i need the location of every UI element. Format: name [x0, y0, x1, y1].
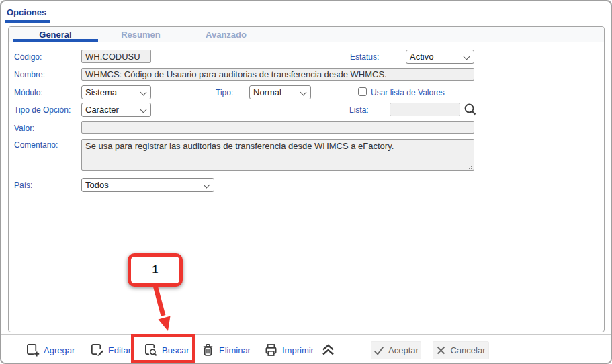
tab-resumen[interactable]: Resumen — [98, 27, 183, 42]
imprimir-button[interactable]: Imprimir — [264, 343, 314, 357]
tipo-opcion-select[interactable]: Carácter — [81, 103, 151, 117]
estatus-select[interactable]: Activo — [406, 50, 474, 64]
check-icon — [374, 345, 384, 356]
options-panel: General Resumen Avanzado Código: Estatus… — [8, 26, 605, 332]
document-search-icon — [144, 343, 158, 357]
nombre-label: Nombre: — [14, 70, 45, 79]
collapse-toolbar-button[interactable] — [320, 343, 336, 357]
pais-selected-value: Todos — [85, 180, 109, 190]
bottom-toolbar: Agregar Editar Buscar — [1, 334, 611, 364]
double-chevron-up-icon — [320, 343, 336, 357]
tipo-select[interactable]: Normal — [249, 85, 311, 99]
agregar-button[interactable]: Agregar — [26, 343, 75, 357]
cancelar-label: Cancelar — [450, 345, 485, 355]
document-plus-icon — [26, 343, 40, 357]
comentario-label: Comentario: — [14, 140, 58, 150]
estatus-label: Estatus: — [350, 52, 379, 62]
trash-icon — [201, 343, 215, 357]
page-title: Opciones — [7, 7, 46, 17]
agregar-label: Agregar — [44, 345, 75, 355]
chevron-down-icon — [140, 89, 147, 96]
lista-label: Lista: — [349, 105, 369, 115]
annotation-step-number: 1 — [152, 264, 159, 276]
header-divider — [1, 24, 611, 24]
options-window: Opciones General Resumen Avanzado Código… — [0, 0, 612, 364]
estatus-selected-value: Activo — [410, 52, 433, 62]
title-underline — [5, 20, 50, 23]
editar-label: Editar — [108, 345, 131, 355]
eliminar-button[interactable]: Eliminar — [201, 343, 251, 357]
codigo-field[interactable] — [81, 50, 151, 63]
modulo-label: Módulo: — [14, 88, 43, 97]
tab-general[interactable]: General — [13, 27, 98, 42]
chevron-down-icon — [204, 182, 210, 189]
cancelar-button[interactable]: Cancelar — [433, 341, 489, 359]
usar-lista-checkbox[interactable] — [358, 87, 367, 96]
valor-label: Valor: — [14, 124, 34, 133]
chevron-down-icon — [300, 89, 307, 96]
valor-field[interactable] — [81, 121, 474, 134]
editar-button[interactable]: Editar — [90, 343, 131, 357]
printer-icon — [264, 343, 278, 357]
tabstrip: General Resumen Avanzado — [9, 27, 604, 42]
buscar-button[interactable]: Buscar — [144, 343, 189, 357]
tipo-label: Tipo: — [216, 88, 233, 97]
tipo-opcion-label: Tipo de Opción: — [14, 105, 71, 115]
pais-select[interactable]: Todos — [81, 178, 214, 192]
usar-lista-label: Usar lista de Valores — [371, 88, 445, 97]
tipo-opcion-selected-value: Carácter — [85, 105, 119, 115]
magnifier-icon[interactable] — [463, 102, 478, 117]
modulo-select[interactable]: Sistema — [81, 85, 151, 99]
chevron-down-icon — [140, 107, 147, 113]
modulo-selected-value: Sistema — [85, 87, 117, 97]
chevron-down-icon — [464, 54, 470, 60]
annotation-step-callout: 1 — [128, 253, 183, 287]
x-icon — [436, 345, 446, 355]
tipo-selected-value: Normal — [253, 87, 281, 97]
codigo-label: Código: — [14, 52, 42, 62]
buscar-label: Buscar — [162, 345, 189, 355]
imprimir-label: Imprimir — [282, 345, 314, 355]
aceptar-label: Aceptar — [388, 345, 419, 355]
lista-field[interactable] — [390, 103, 460, 116]
comentario-textarea[interactable]: Se usa para registrar las auditorias de … — [81, 139, 474, 171]
tab-avanzado[interactable]: Avanzado — [183, 27, 269, 42]
aceptar-button[interactable]: Aceptar — [371, 341, 421, 359]
nombre-field[interactable] — [81, 68, 474, 81]
document-pencil-icon — [90, 343, 104, 357]
eliminar-label: Eliminar — [219, 345, 251, 355]
pais-label: País: — [14, 181, 32, 190]
